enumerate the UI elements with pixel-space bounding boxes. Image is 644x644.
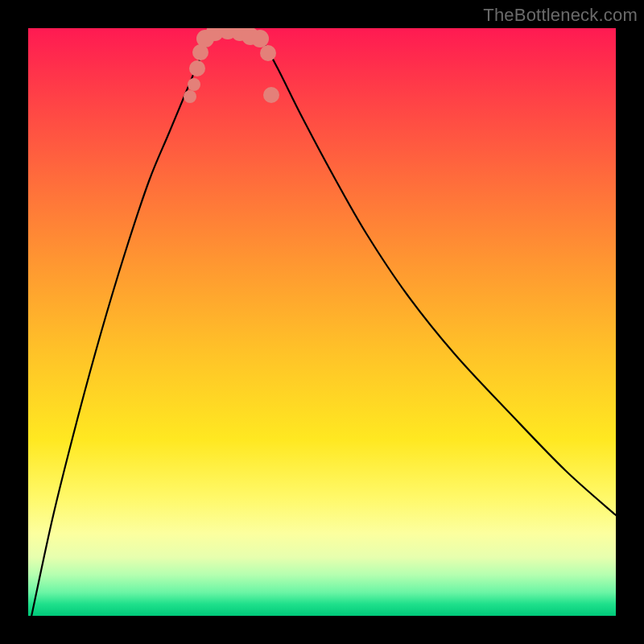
plot-background	[28, 28, 616, 616]
watermark-label: TheBottleneck.com	[483, 5, 638, 26]
chart-frame: TheBottleneck.com	[0, 0, 644, 644]
